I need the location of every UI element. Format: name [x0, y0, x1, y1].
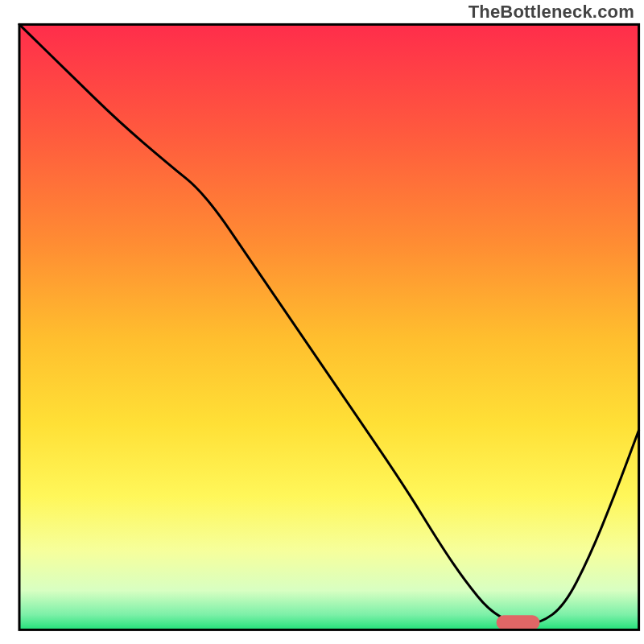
bottleneck-chart [0, 0, 644, 644]
chart-container: TheBottleneck.com [0, 0, 644, 644]
watermark-text: TheBottleneck.com [469, 2, 634, 23]
optimal-range-marker [497, 615, 540, 630]
